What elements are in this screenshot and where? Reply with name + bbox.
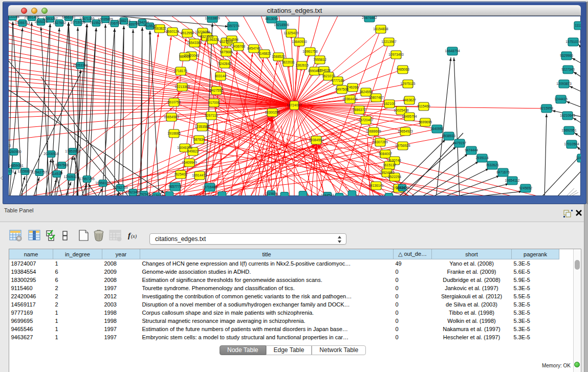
svg-text:15692951: 15692951	[561, 128, 577, 132]
svg-text:9242843: 9242843	[218, 62, 231, 65]
svg-text:16961758: 16961758	[302, 50, 318, 53]
svg-text:17853993: 17853993	[65, 149, 80, 153]
svg-text:9474444: 9474444	[465, 148, 478, 152]
svg-text:16543362: 16543362	[187, 41, 202, 45]
svg-text:1120746: 1120746	[388, 159, 401, 162]
svg-text:746266: 746266	[347, 85, 358, 89]
svg-text:18724007: 18724007	[287, 103, 302, 107]
svg-text:9329966: 9329966	[560, 54, 573, 57]
svg-text:12156829: 12156829	[17, 169, 33, 173]
svg-text:7357274: 7357274	[226, 24, 239, 28]
svg-text:1621072: 1621072	[322, 74, 335, 78]
svg-text:7955812: 7955812	[313, 58, 326, 61]
svg-text:18300295: 18300295	[265, 111, 280, 114]
svg-text:11122: 11122	[575, 24, 581, 27]
svg-text:16648794: 16648794	[445, 49, 460, 53]
svg-text:18495794: 18495794	[402, 115, 417, 118]
svg-text:10654983: 10654983	[164, 115, 179, 119]
svg-text:1527602: 1527602	[53, 21, 66, 25]
svg-text:7625402: 7625402	[174, 172, 187, 176]
svg-text:12213967: 12213967	[381, 40, 397, 43]
svg-text:9415607: 9415607	[150, 194, 163, 196]
svg-text:16035809: 16035809	[98, 17, 113, 21]
svg-text:19654923: 19654923	[398, 129, 413, 133]
svg-text:3824554: 3824554	[359, 90, 373, 94]
svg-text:1354594: 1354594	[225, 38, 238, 41]
svg-text:12093873: 12093873	[556, 82, 572, 85]
svg-text:19524851: 19524851	[379, 171, 395, 174]
svg-text:9397588: 9397588	[55, 163, 69, 167]
svg-text:2935114: 2935114	[475, 156, 489, 160]
svg-text:8471676: 8471676	[496, 170, 510, 174]
svg-text:6479197: 6479197	[453, 141, 466, 145]
svg-text:10653267: 10653267	[42, 17, 58, 20]
svg-text:7663822: 7663822	[153, 27, 166, 30]
svg-text:9777169: 9777169	[331, 79, 344, 82]
svg-text:9657771: 9657771	[168, 185, 182, 188]
svg-text:16782759: 16782759	[113, 186, 128, 189]
svg-text:9245652: 9245652	[519, 186, 532, 190]
svg-text:1640956: 1640956	[430, 127, 444, 130]
svg-text:10973493: 10973493	[388, 53, 404, 56]
svg-text:8938933: 8938933	[442, 134, 455, 138]
svg-text:17010504: 17010504	[564, 142, 579, 146]
svg-text:2522254: 2522254	[388, 175, 401, 179]
svg-text:3822031: 3822031	[281, 60, 295, 64]
svg-text:2718176: 2718176	[174, 69, 187, 73]
svg-text:19218506: 19218506	[274, 23, 289, 27]
svg-text:10654112: 10654112	[505, 179, 520, 182]
svg-text:16914479: 16914479	[192, 173, 207, 177]
svg-text:7886372: 7886372	[353, 108, 366, 112]
svg-text:803144: 803144	[215, 74, 226, 78]
svg-text:1167534: 1167534	[576, 156, 581, 160]
svg-text:18307269: 18307269	[373, 140, 388, 144]
svg-text:16210643: 16210643	[560, 114, 575, 117]
svg-text:9463627: 9463627	[403, 98, 416, 102]
svg-text:1362615: 1362615	[295, 63, 309, 67]
svg-text:9131058: 9131058	[8, 16, 19, 18]
svg-text:8660124: 8660124	[166, 30, 179, 33]
svg-text:1365013: 1365013	[8, 144, 11, 147]
svg-text:13640910: 13640910	[292, 40, 307, 43]
svg-text:12505115: 12505115	[64, 175, 79, 179]
svg-text:1875685: 1875685	[220, 50, 233, 54]
svg-text:(x): (x)	[131, 233, 137, 239]
svg-text:12975115: 12975115	[401, 82, 416, 85]
svg-text:15716485: 15716485	[202, 185, 217, 189]
svg-text:1939151: 1939151	[8, 169, 14, 173]
svg-text:9146821: 9146821	[258, 52, 271, 55]
svg-text:19756928: 19756928	[395, 144, 410, 147]
svg-text:10688609: 10688609	[366, 129, 381, 133]
svg-text:8912954: 8912954	[181, 31, 194, 35]
svg-text:10025438: 10025438	[394, 108, 409, 112]
svg-text:14136141: 14136141	[368, 184, 384, 187]
svg-text:25053346: 25053346	[73, 63, 88, 67]
svg-text:10807487: 10807487	[368, 96, 384, 99]
svg-text:26260950: 26260950	[8, 150, 21, 154]
svg-text:7515520: 7515520	[90, 21, 103, 25]
svg-text:8813054: 8813054	[265, 17, 278, 20]
svg-text:20691406: 20691406	[24, 16, 39, 19]
svg-text:1092450: 1092450	[396, 186, 409, 189]
svg-text:9227343: 9227343	[561, 68, 575, 71]
svg-text:14859061: 14859061	[8, 164, 24, 167]
svg-text:1588520: 1588520	[272, 55, 285, 58]
svg-text:1065326: 1065326	[34, 20, 48, 24]
svg-text:114519: 114519	[51, 172, 62, 176]
svg-text:9699695: 9699695	[419, 120, 432, 124]
svg-text:17957255: 17957255	[79, 177, 95, 181]
svg-text:162100: 162100	[384, 102, 395, 105]
svg-text:989016: 989016	[179, 55, 190, 58]
svg-text:1292346: 1292346	[137, 192, 150, 196]
svg-text:19384554: 19384554	[309, 138, 324, 142]
svg-text:1044541: 1044541	[321, 193, 334, 196]
svg-text:12213363: 12213363	[175, 85, 190, 89]
svg-text:20364436: 20364436	[342, 97, 358, 101]
svg-text:20206516: 20206516	[43, 152, 59, 156]
svg-text:2436768: 2436768	[232, 45, 245, 48]
svg-text:7485063: 7485063	[396, 68, 409, 71]
svg-text:13226058: 13226058	[195, 30, 210, 34]
svg-text:6466160: 6466160	[62, 16, 75, 19]
svg-text:9115460: 9115460	[417, 104, 430, 108]
svg-text:16046708: 16046708	[177, 146, 192, 149]
